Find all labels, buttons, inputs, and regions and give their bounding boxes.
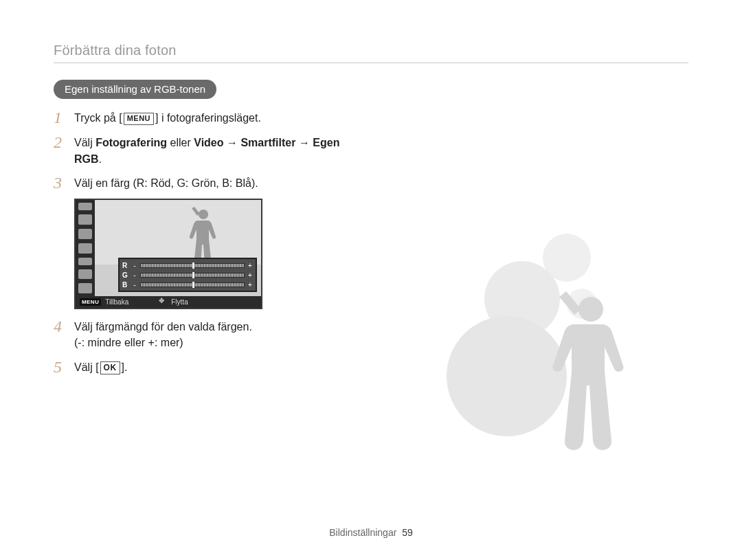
focus-icon bbox=[78, 283, 92, 293]
screen-footer-bar: MENU Tillbaka Flytta bbox=[76, 296, 261, 308]
step-body: Välj Fotografering eller Video → Smartfi… bbox=[74, 133, 356, 166]
bar-marker bbox=[192, 272, 194, 278]
rgb-b-label: B bbox=[122, 281, 129, 289]
move-label: Flytta bbox=[171, 298, 188, 306]
rgb-row-r: R - + bbox=[122, 262, 253, 269]
rgb-row-g: G - + bbox=[122, 271, 253, 279]
bold-text: Smartfilter bbox=[240, 137, 295, 148]
rgb-b-bar bbox=[140, 282, 245, 287]
rgb-r-label: R bbox=[122, 262, 129, 269]
content-area: Egen inställning av RGB-tonen 1 Tryck på… bbox=[54, 80, 688, 383]
manual-page: Förbättra dina foton Egen inställning av… bbox=[0, 0, 742, 560]
text: Välj färgmängd för den valda färgen. bbox=[74, 321, 252, 333]
step-number: 3 bbox=[54, 174, 74, 192]
plus-icon: + bbox=[247, 271, 253, 279]
rgb-g-bar bbox=[140, 273, 245, 278]
step-body: Välj färgmängd för den valda färgen. (-:… bbox=[74, 317, 356, 350]
plus-icon: + bbox=[247, 262, 253, 269]
header-rule bbox=[54, 63, 688, 63]
navigate-icon bbox=[160, 299, 167, 306]
footer-section: Bildinställningar bbox=[329, 527, 396, 538]
step-3: 3 Välj en färg (R: Röd, G: Grön, B: Blå)… bbox=[54, 174, 356, 192]
step-1: 1 Tryck på [MENU] i fotograferingsläget. bbox=[54, 109, 356, 126]
rgb-r-bar bbox=[140, 263, 245, 268]
flash-icon bbox=[78, 269, 92, 280]
section-header: Förbättra dina foton bbox=[54, 43, 688, 58]
left-column: Egen inställning av RGB-tonen 1 Tryck på… bbox=[54, 80, 356, 383]
minus-icon: - bbox=[132, 271, 137, 279]
step-5: 5 Välj [OK]. bbox=[54, 358, 356, 376]
preview-area: R - + G - + bbox=[95, 200, 261, 296]
text: . bbox=[99, 153, 102, 165]
step-2: 2 Välj Fotografering eller Video → Smart… bbox=[54, 133, 356, 166]
mode-icon bbox=[78, 203, 92, 210]
step-number: 5 bbox=[54, 358, 74, 376]
exposure-icon bbox=[78, 229, 92, 239]
page-footer: Bildinställningar 59 bbox=[0, 527, 742, 538]
step-list-cont: 4 Välj färgmängd för den valda färgen. (… bbox=[54, 317, 356, 376]
minus-icon: - bbox=[132, 262, 137, 269]
minus-icon: - bbox=[132, 281, 137, 289]
text: Välj [ bbox=[74, 361, 99, 373]
side-icon-strip bbox=[76, 200, 95, 296]
rgb-panel-wrap: R - + G - + bbox=[118, 258, 257, 292]
text: → bbox=[295, 137, 313, 148]
iso-icon bbox=[78, 243, 92, 254]
step-4: 4 Välj färgmängd för den valda färgen. (… bbox=[54, 317, 356, 350]
step-number: 1 bbox=[54, 109, 74, 126]
rgb-row-b: B - + bbox=[122, 281, 253, 289]
step-body: Tryck på [MENU] i fotograferingsläget. bbox=[74, 109, 356, 126]
bold-text: Fotografering bbox=[95, 137, 167, 148]
resolution-icon bbox=[78, 214, 92, 225]
back-label: Tillbaka bbox=[105, 298, 128, 306]
step-number: 4 bbox=[54, 317, 74, 350]
rgb-panel: R - + G - + bbox=[118, 258, 257, 292]
bold-text: Video bbox=[194, 137, 223, 148]
camera-screen: R - + G - + bbox=[74, 199, 262, 309]
text: → bbox=[224, 137, 241, 148]
subsection-pill: Egen inställning av RGB-tonen bbox=[54, 80, 216, 99]
camera-screen-illustration: R - + G - + bbox=[74, 199, 356, 309]
page-number: 59 bbox=[402, 527, 413, 538]
step-body: Välj en färg (R: Röd, G: Grön, B: Blå). bbox=[74, 174, 356, 192]
text: Tryck på [ bbox=[74, 112, 122, 124]
text: Välj bbox=[74, 137, 95, 148]
step-body: Välj [OK]. bbox=[74, 358, 356, 376]
plus-icon: + bbox=[247, 281, 253, 289]
ok-key-icon: OK bbox=[100, 361, 120, 374]
bar-marker bbox=[192, 282, 194, 288]
step-list: 1 Tryck på [MENU] i fotograferingsläget.… bbox=[54, 109, 356, 192]
text: eller bbox=[167, 137, 194, 148]
menu-key-icon: MENU bbox=[124, 113, 154, 125]
wb-icon bbox=[78, 258, 92, 265]
text: ]. bbox=[122, 361, 128, 373]
rgb-g-label: G bbox=[122, 271, 129, 279]
text: (-: mindre eller +: mer) bbox=[74, 337, 183, 348]
bar-marker bbox=[192, 262, 194, 269]
screen-upper: R - + G - + bbox=[76, 200, 261, 296]
step-number: 2 bbox=[54, 133, 74, 166]
menu-key-icon: MENU bbox=[80, 298, 101, 306]
text: ] i fotograferingsläget. bbox=[155, 112, 261, 124]
